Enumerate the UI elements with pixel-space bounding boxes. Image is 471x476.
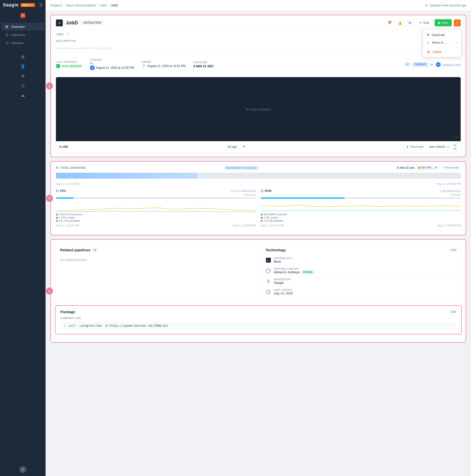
more-options-button[interactable]: ⋮	[454, 19, 461, 26]
clock-icon: ⏱	[142, 64, 146, 68]
reset-range-button[interactable]: ✕ Reset range	[441, 166, 461, 170]
cpu-bar	[56, 197, 256, 199]
breadcrumb-sep3: /	[108, 3, 109, 7]
metrics-card: ⏱ TOTAL DURATION Running for 2 min 35 se…	[50, 161, 466, 235]
section-marker-2: 2	[46, 195, 53, 202]
topbar-right: ↻ Updated a few seconds ago	[425, 3, 466, 7]
section-marker-1: 1	[46, 83, 53, 89]
main-area: Projects / Team Documentation / Jobs / J…	[46, 0, 471, 476]
related-pipelines-header: Related pipelines 0	[60, 248, 251, 252]
last-instance-value: ✓ SUCCEEDED	[56, 64, 82, 68]
tech-icon-bash: $_	[265, 257, 271, 263]
started-by: BY	[90, 62, 134, 65]
run-button[interactable]: ▶ Run	[435, 19, 452, 26]
package-title: Package	[60, 310, 75, 314]
started-value: August 11, 2023 at 12:45 PM	[96, 66, 134, 69]
log-scroll-down[interactable]: ▼	[453, 147, 457, 151]
projects-icon-block[interactable]: P	[20, 13, 25, 18]
ram-bar-fill	[261, 197, 345, 199]
breadcrumb-jobs[interactable]: Jobs	[100, 3, 107, 7]
user-avatar[interactable]: U	[19, 466, 26, 473]
svg-text:$_: $_	[267, 259, 270, 262]
package-edit-button[interactable]: Edit	[451, 310, 456, 314]
log-scroll-up[interactable]: ▲	[453, 143, 457, 147]
ram-time-labels: Aug 11, 12:43:14 PM Aug 11, 12:50:56 PM	[261, 224, 461, 227]
log-download-button[interactable]: ⬇ Download	[404, 144, 426, 150]
technology-title: Technology	[265, 248, 286, 252]
section-c-card: Related pipelines 0 No related pipeline …	[50, 239, 466, 343]
platform-badge[interactable]: Demo ▼	[21, 3, 35, 7]
gke-chevron: ▼	[435, 166, 437, 169]
settings-button[interactable]: ⚙	[406, 19, 414, 26]
ram-bar	[261, 197, 461, 199]
log-placeholder: No logs to display	[246, 107, 271, 111]
sidebar-item-overview[interactable]: ⊞ Overview	[1, 23, 44, 31]
nav-icon-4[interactable]: ◷	[21, 83, 25, 88]
section-1-wrapper: 1 J JobD EXTRACTION 📅 🔔 ⚙	[50, 15, 466, 157]
dropdown-delete[interactable]: 🗑 Delete	[424, 48, 460, 56]
cpu-legend: 0.09 CPU Consumed 1 CPU Limited 0.91 CPU…	[56, 213, 256, 222]
description-section: DESCRIPTION Give here a description to t…	[51, 39, 466, 55]
dropdown-duplicate[interactable]: ⧉ Duplicate	[424, 31, 460, 39]
edit-button[interactable]: ✏ Edit	[416, 19, 433, 26]
log-scroll-buttons: ▲ ▼	[453, 143, 457, 151]
current-badge: CURRENT	[413, 62, 428, 67]
technology-edit-button[interactable]: Edit	[451, 248, 456, 252]
by-user-dot: A	[436, 62, 441, 67]
gke-badge[interactable]: GKE-NR-... ▼	[417, 166, 439, 170]
ram-legend-available: 1.92 GB Available	[261, 220, 461, 222]
timer-icon: ⏱	[56, 166, 59, 169]
instance-last: LAST INSTANCE ✓ SUCCEEDED	[56, 61, 82, 68]
delete-icon: 🗑	[427, 50, 430, 54]
ram-legend-dot-teal	[261, 214, 263, 216]
cmd-block: 1 curl --progress-bar -O https://speed.h…	[60, 322, 456, 330]
breadcrumb-team-doc[interactable]: Team Documentation	[66, 3, 96, 7]
breadcrumb-current: JobD	[111, 3, 118, 7]
cpu-legend-consumed: 0.09 CPU Consumed	[56, 213, 256, 216]
instance-started: STARTED BY A August 11, 2023 at 12:45 PM	[90, 59, 134, 70]
sidebar-label-overview: Overview	[11, 25, 25, 29]
run-icon: ▶	[438, 21, 441, 25]
nav-icon-1[interactable]: ⊞	[21, 54, 24, 59]
cpu-sub: 100 CPU (defined limit)	[230, 190, 256, 192]
content-area: 1 J JobD EXTRACTION 📅 🔔 ⚙	[46, 11, 471, 476]
bell-button[interactable]: 🔔	[396, 19, 404, 26]
log-expand-icon[interactable]: ⤢	[455, 135, 458, 139]
ram-legend-dot-gray	[261, 220, 263, 222]
info-icon[interactable]: ⓘ	[66, 32, 69, 36]
calendar-button[interactable]: 📅	[386, 19, 394, 26]
db-link[interactable]: database-node	[443, 63, 461, 66]
ram-max: 2 GB max	[261, 194, 461, 196]
nav-icon-5[interactable]: ☁	[21, 93, 25, 98]
breadcrumb: Projects / Team Documentation / Jobs / J…	[50, 3, 118, 7]
breadcrumb-projects[interactable]: Projects	[50, 3, 62, 7]
cpu-panel: ⬡ CPU 100 CPU (defined limit) 1 CPU max	[56, 189, 256, 231]
ram-legend-limited: 2 GB Limited	[261, 216, 461, 219]
sidebar-projects-icon: P	[0, 10, 46, 21]
log-toolbar: 0 LINE All logs Error logs Info logs ⬇ D…	[56, 141, 461, 153]
cmd-text: curl --progress-bar -O https://speed.het…	[68, 324, 168, 327]
log-filter-select[interactable]: All logs Error logs Info logs	[225, 144, 247, 150]
running-area: Running for 2 min 35 sec	[85, 166, 397, 170]
sidebar-item-versions[interactable]: ◷ Versions	[1, 39, 44, 47]
sidebar-item-instances[interactable]: ⊡ Instances	[1, 31, 44, 39]
tech-row-update: LAST UPDATE July 13, 2023	[265, 287, 456, 297]
gke-dot	[418, 167, 420, 169]
sidebar-nav: ⊞ Overview ⊡ Instances ◷ Versions	[0, 21, 46, 49]
svg-point-2	[266, 269, 271, 273]
move-arrow: ›	[456, 41, 457, 44]
refresh-icon[interactable]: ↻	[425, 3, 428, 7]
by-label: BY	[430, 63, 434, 66]
instances-icon: ⊡	[5, 33, 9, 37]
metrics-time-labels: Aug 11, 12:43:14 PM Aug 11, 12:50:56 PM	[56, 183, 461, 185]
sidebar: Saagie Demo ▼ ☰ P ⊞ Overview ⊡ Instances…	[0, 0, 46, 476]
dropdown-move[interactable]: ⤢ Move to ... ›	[424, 39, 460, 46]
log-autorefresh-close[interactable]: ✕	[447, 145, 450, 149]
pipeline-count: 0	[92, 248, 98, 252]
sidebar-toggle[interactable]: ☰	[39, 3, 43, 7]
log-line-count: 0 LINE	[59, 145, 68, 149]
related-pipelines-title: Related pipelines 0	[60, 248, 98, 252]
nav-icon-2[interactable]: 👤	[20, 64, 25, 69]
nav-icon-3[interactable]: ⚙	[21, 74, 25, 78]
section-c-wrapper: c Related pipelines 0 No related pipelin…	[50, 239, 466, 343]
